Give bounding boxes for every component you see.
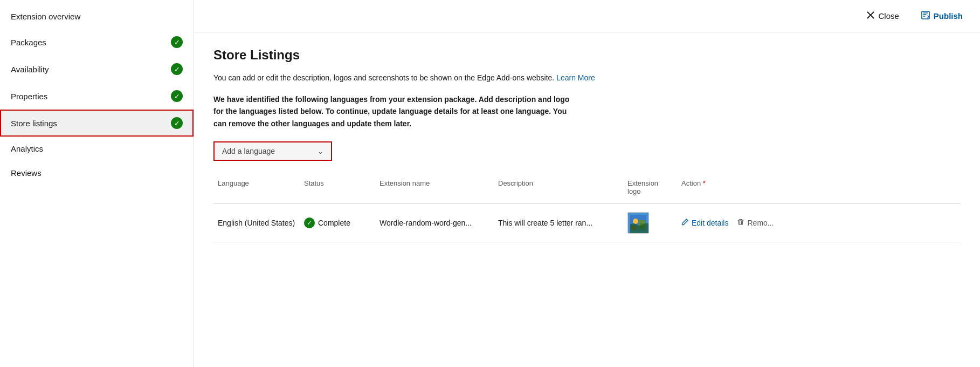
publish-icon	[921, 10, 930, 22]
status-complete: ✓ Complete	[304, 218, 371, 228]
check-icon-properties: ✓	[171, 90, 183, 102]
close-label: Close	[878, 11, 899, 21]
status-check-icon: ✓	[304, 218, 315, 228]
edit-icon	[681, 218, 689, 227]
sidebar-item-store-listings[interactable]: Store listings✓	[0, 110, 194, 137]
sidebar-item-label-reviews: Reviews	[11, 168, 183, 178]
close-icon	[866, 11, 875, 21]
sidebar-item-reviews[interactable]: Reviews	[0, 161, 194, 185]
page-title: Store Listings	[213, 47, 961, 63]
sidebar-item-label-packages: Packages	[11, 38, 171, 47]
sidebar-item-label-availability: Availability	[11, 65, 171, 74]
check-icon-availability: ✓	[171, 63, 183, 75]
edit-details-label: Edit details	[692, 219, 728, 227]
col-status: Status	[300, 176, 375, 199]
col-action: Action *	[677, 176, 961, 199]
cell-extension-logo	[623, 207, 677, 239]
chevron-down-icon: ⌄	[318, 147, 323, 155]
sidebar-item-label-properties: Properties	[11, 92, 171, 101]
learn-more-link[interactable]: Learn More	[556, 73, 595, 82]
table-header: Language Status Extension name Descripti…	[213, 176, 961, 203]
col-extension-name: Extension name	[375, 176, 494, 199]
status-label: Complete	[318, 219, 350, 227]
add-language-dropdown[interactable]: Add a language ⌄	[213, 141, 332, 161]
cell-status: ✓ Complete	[300, 212, 375, 234]
description-text: You can add or edit the description, log…	[213, 72, 961, 84]
sidebar-item-extension-overview[interactable]: Extension overview	[0, 4, 194, 29]
sidebar: Extension overviewPackages✓Availability✓…	[0, 0, 194, 367]
check-icon-store-listings: ✓	[171, 117, 183, 129]
svg-point-5	[633, 219, 638, 224]
check-icon-packages: ✓	[171, 36, 183, 48]
main-panel: Close Publish Store Listings You can add…	[194, 0, 980, 367]
col-description: Description	[494, 176, 623, 199]
col-language: Language	[213, 176, 300, 199]
publish-button[interactable]: Publish	[916, 8, 967, 24]
sidebar-item-properties[interactable]: Properties✓	[0, 83, 194, 110]
sidebar-item-label-store-listings: Store listings	[11, 119, 171, 128]
store-listings-table: Language Status Extension name Descripti…	[213, 176, 961, 242]
col-extension-logo: Extension logo	[623, 176, 677, 199]
sidebar-item-analytics[interactable]: Analytics	[0, 137, 194, 161]
bold-notice: We have identified the following languag…	[213, 93, 580, 130]
sidebar-item-availability[interactable]: Availability✓	[0, 56, 194, 83]
sidebar-item-label-extension-overview: Extension overview	[11, 12, 183, 21]
remove-link[interactable]: Remo...	[737, 218, 774, 227]
cell-extension-name: Wordle-random-word-gen...	[375, 213, 494, 233]
add-language-label: Add a language	[222, 147, 275, 155]
sidebar-item-label-analytics: Analytics	[11, 144, 183, 153]
action-asterisk: *	[701, 179, 706, 187]
cell-description: This will create 5 letter ran...	[494, 213, 623, 233]
extension-logo-thumbnail	[627, 212, 649, 234]
content-area: Store Listings You can add or edit the d…	[194, 32, 980, 367]
header-bar: Close Publish	[194, 0, 980, 32]
sidebar-item-packages[interactable]: Packages✓	[0, 29, 194, 56]
publish-label: Publish	[934, 11, 963, 21]
close-button[interactable]: Close	[862, 9, 903, 23]
trash-icon	[737, 218, 744, 227]
cell-action: Edit details Remo...	[677, 213, 961, 233]
edit-details-link[interactable]: Edit details	[681, 218, 728, 227]
remove-label: Remo...	[747, 219, 774, 227]
cell-language: English (United States)	[213, 213, 300, 233]
table-row: English (United States) ✓ Complete Wordl…	[213, 203, 961, 242]
